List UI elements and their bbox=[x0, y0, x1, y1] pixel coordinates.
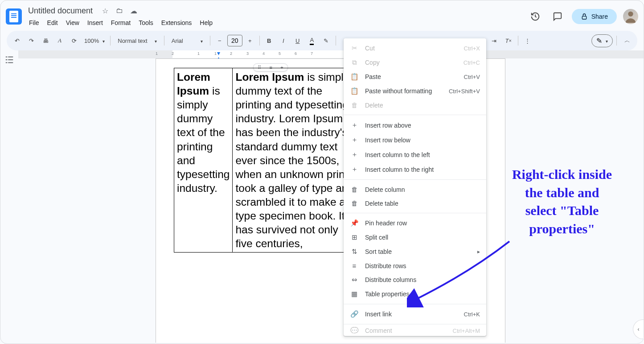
context-menu-insert-column-to-the-right[interactable]: ＋Insert column to the right bbox=[344, 162, 486, 177]
context-menu-icon: 💬 bbox=[350, 327, 359, 333]
clear-formatting-button[interactable]: T× bbox=[502, 34, 515, 47]
underline-button[interactable]: U bbox=[291, 34, 304, 47]
bold-button[interactable]: B bbox=[263, 34, 276, 47]
context-menu-label: Insert column to the left bbox=[365, 151, 430, 158]
context-menu-shortcut: Ctrl+Shift+V bbox=[449, 88, 480, 95]
menu-help[interactable]: Help bbox=[196, 17, 216, 28]
context-menu-icon: 🗑 bbox=[350, 101, 359, 109]
decrease-font-size-button[interactable]: − bbox=[213, 34, 226, 47]
context-menu-icon: ✂ bbox=[350, 44, 359, 52]
document-table[interactable]: Lorem Ipsum is simply dummy text of the … bbox=[174, 68, 361, 253]
highlight-button[interactable]: ✎ bbox=[320, 34, 333, 47]
menu-file[interactable]: File bbox=[25, 17, 43, 28]
menu-extensions[interactable]: Extensions bbox=[158, 17, 195, 28]
menu-view[interactable]: View bbox=[62, 17, 83, 28]
docs-logo-icon[interactable] bbox=[6, 8, 22, 25]
menu-insert[interactable]: Insert bbox=[84, 17, 107, 28]
context-menu-label: Pin header row bbox=[365, 220, 407, 227]
context-menu-distribute-rows[interactable]: ≡Distribute rows bbox=[344, 259, 486, 273]
svg-rect-0 bbox=[582, 16, 586, 19]
spellcheck-button[interactable]: A bbox=[53, 34, 66, 47]
context-menu-label: Copy bbox=[365, 59, 380, 66]
font-size-input[interactable] bbox=[227, 35, 242, 46]
context-menu-label: Insert row above bbox=[365, 122, 411, 129]
context-menu-shortcut: Ctrl+V bbox=[464, 74, 480, 80]
text-color-button[interactable]: A bbox=[305, 34, 319, 47]
context-menu-label: Delete bbox=[365, 102, 383, 109]
context-menu-table-properties[interactable]: ▦Table properties bbox=[344, 287, 486, 301]
horizontal-ruler[interactable]: ▾ ▴ 1211234567 bbox=[18, 50, 644, 58]
context-menu-icon: ＋ bbox=[350, 121, 359, 129]
context-menu-shortcut: Ctrl+C bbox=[464, 59, 480, 66]
context-menu-sort-table[interactable]: ⇅Sort table▸ bbox=[344, 245, 486, 259]
context-menu-insert-row-below[interactable]: ＋Insert row below bbox=[344, 133, 486, 147]
document-outline-icon[interactable] bbox=[4, 55, 14, 343]
context-menu-label: Paste without formatting bbox=[365, 87, 432, 95]
increase-font-size-button[interactable]: + bbox=[243, 34, 257, 47]
share-button[interactable]: Share bbox=[572, 9, 617, 24]
redo-button[interactable]: ↷ bbox=[25, 34, 38, 47]
context-menu-distribute-columns[interactable]: ⇔Distribute columns bbox=[344, 273, 486, 287]
context-menu-shortcut: Ctrl+Alt+M bbox=[453, 327, 480, 334]
context-menu-insert-column-to-the-left[interactable]: ＋Insert column to the left bbox=[344, 147, 486, 162]
move-folder-icon[interactable]: 🗀 bbox=[115, 6, 124, 15]
cloud-status-icon[interactable]: ☁ bbox=[129, 6, 138, 15]
indent-increase-button[interactable]: ⇥ bbox=[488, 34, 501, 47]
context-menu-shortcut: Ctrl+K bbox=[464, 311, 480, 318]
document-title[interactable]: Untitled document bbox=[25, 5, 95, 17]
context-menu-icon: ＋ bbox=[350, 150, 359, 159]
comments-icon[interactable] bbox=[550, 8, 566, 25]
menu-edit[interactable]: Edit bbox=[44, 17, 62, 28]
context-menu-delete-column[interactable]: 🗑Delete column bbox=[344, 182, 486, 196]
paint-format-button[interactable]: ⟳ bbox=[67, 34, 81, 47]
annotation-text: Right-click inside the table and select … bbox=[488, 166, 636, 238]
context-menu-delete-table[interactable]: 🗑Delete table bbox=[344, 196, 486, 210]
collapse-toolbar-button[interactable]: ︿ bbox=[620, 34, 634, 47]
table-cell-1-2[interactable]: Lorem Ipsum is simply dummy text of the … bbox=[233, 68, 361, 253]
context-menu-paste-without-formatting[interactable]: 📋Paste without formattingCtrl+Shift+V bbox=[344, 84, 486, 98]
svg-rect-3 bbox=[6, 59, 8, 60]
context-menu-paste[interactable]: 📋PasteCtrl+V bbox=[344, 70, 486, 84]
context-menu-label: Delete column bbox=[365, 186, 405, 193]
svg-rect-4 bbox=[6, 62, 8, 63]
print-button[interactable]: 🖶 bbox=[39, 34, 52, 47]
editing-mode-select[interactable]: ✎ bbox=[591, 34, 613, 47]
account-avatar[interactable] bbox=[623, 9, 638, 24]
context-menu-label: Table properties bbox=[365, 290, 410, 298]
context-menu-insert-link[interactable]: 🔗Insert linkCtrl+K bbox=[344, 307, 486, 321]
context-menu-icon: ≡ bbox=[350, 262, 359, 269]
paragraph-style-select[interactable]: Normal text bbox=[113, 34, 161, 47]
undo-button[interactable]: ↶ bbox=[10, 34, 24, 47]
menu-format[interactable]: Format bbox=[107, 17, 134, 28]
context-menu-comment[interactable]: 💬CommentCtrl+Alt+M bbox=[344, 327, 486, 333]
context-menu-label: Distribute columns bbox=[365, 276, 416, 283]
context-menu-label: Cut bbox=[365, 45, 375, 52]
share-label: Share bbox=[591, 13, 608, 20]
context-menu-label: Delete table bbox=[365, 200, 398, 207]
star-icon[interactable]: ☆ bbox=[101, 6, 110, 15]
context-menu-insert-row-above[interactable]: ＋Insert row above bbox=[344, 118, 486, 133]
more-button[interactable]: ⋮ bbox=[521, 34, 534, 47]
zoom-select[interactable]: 100% bbox=[82, 34, 107, 47]
context-menu-label: Sort table bbox=[365, 248, 392, 255]
history-icon[interactable] bbox=[527, 8, 543, 25]
context-menu-label: Insert link bbox=[365, 311, 392, 318]
context-menu-pin-header-row[interactable]: 📌Pin header row bbox=[344, 216, 486, 230]
context-menu-icon: 📌 bbox=[350, 219, 359, 227]
context-menu-copy: ⧉CopyCtrl+C bbox=[344, 55, 486, 70]
context-menu-split-cell[interactable]: ⊞Split cell bbox=[344, 230, 486, 245]
menu-tools[interactable]: Tools bbox=[135, 17, 157, 28]
context-menu-delete: 🗑Delete bbox=[344, 98, 486, 112]
font-select[interactable]: Arial bbox=[167, 34, 207, 47]
context-menu: ✂CutCtrl+X⧉CopyCtrl+C📋PasteCtrl+V📋Paste … bbox=[344, 38, 486, 336]
context-menu-label: Paste bbox=[365, 73, 381, 80]
italic-button[interactable]: I bbox=[277, 34, 290, 47]
submenu-arrow-icon: ▸ bbox=[477, 249, 480, 255]
svg-rect-7 bbox=[8, 62, 13, 63]
context-menu-icon: ▦ bbox=[350, 290, 359, 298]
context-menu-icon: ⇅ bbox=[350, 248, 359, 256]
table-cell-1-1[interactable]: Lorem Ipsum is simply dummy text of the … bbox=[174, 68, 233, 253]
svg-rect-2 bbox=[6, 57, 8, 58]
context-menu-cut: ✂CutCtrl+X bbox=[344, 41, 486, 55]
context-menu-icon: ＋ bbox=[350, 136, 359, 144]
